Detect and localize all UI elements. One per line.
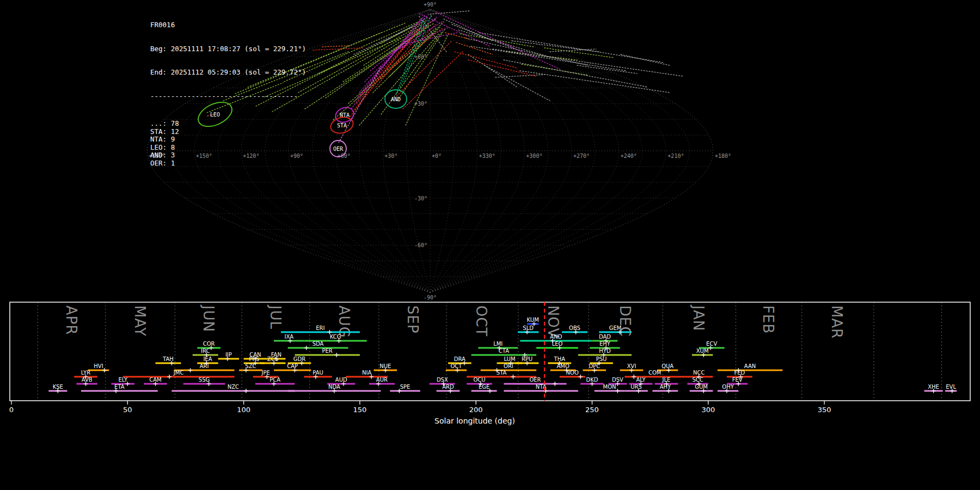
svg-text:-30°: -30° [414, 195, 427, 201]
svg-text:200: 200 [469, 406, 483, 414]
x-axis-label: Solar longitude (deg) [434, 416, 515, 425]
shower-label-ERI: ERI [316, 325, 324, 331]
shower-PCA: PCA [255, 377, 295, 386]
shower-label-DAD: DAD [599, 334, 611, 340]
radiant-STA: STA [329, 115, 355, 136]
shower-RPU: RPU [516, 356, 539, 365]
shower-SLD: SLD [518, 325, 538, 334]
shower-label-SDA: SDA [313, 341, 324, 347]
shower-ARD: ARD [437, 384, 460, 393]
shower-layer: KUMERISLDOBSGEMIXAKCGANDDADCORSDALMILEOE… [48, 317, 957, 393]
shower-label-JLE: JLE [662, 377, 671, 383]
radiant-label-AND: AND [391, 96, 401, 102]
shower-label-URS: URS [630, 384, 642, 390]
month-label-JAN: JAN [690, 304, 707, 331]
shower-label-LEO: LEO [552, 341, 563, 347]
shower-label-XHE: XHE [928, 384, 939, 390]
svg-text:-60°: -60° [414, 242, 427, 248]
month-layer: APRMAYJUNJULAUGSEPOCTNOVDECJANFEBMAR [38, 302, 941, 401]
shower-SSG: SSG [183, 377, 225, 386]
shower-label-PCA: PCA [270, 377, 280, 383]
shower-ORI: ORI [481, 363, 536, 372]
svg-text:+210°: +210° [667, 153, 684, 159]
shower-IIP: IIP [218, 352, 239, 361]
month-label-APR: APR [63, 305, 79, 335]
svg-text:+180°: +180° [715, 153, 731, 159]
shower-label-NIA: NIA [362, 370, 371, 376]
shower-LEO: LEO [536, 341, 578, 350]
svg-text:+90°: +90° [424, 2, 437, 8]
radiant-label-OER: OER [333, 146, 344, 152]
shower-label-COR: COR [203, 341, 215, 347]
shower-count-sporadic: ...: 78 [150, 120, 306, 128]
shower-label-GUM: GUM [695, 384, 708, 390]
month-label-MAR: MAR [829, 305, 845, 339]
shower-count-LEO: LEO: 8 [150, 144, 306, 152]
shower-label-TAH: TAH [162, 356, 174, 362]
svg-text:+30°: +30° [384, 153, 397, 159]
shower-label-AAN: AAN [744, 363, 756, 369]
shower-label-PSU: PSU [596, 356, 607, 362]
shower-label-SLD: SLD [523, 325, 534, 331]
shower-NDA: NDA [288, 384, 381, 393]
shower-label-LUM: LUM [504, 356, 516, 362]
timeline-frame [10, 302, 970, 401]
shower-label-DSX: DSX [437, 377, 448, 383]
svg-text:+240°: +240° [621, 153, 637, 159]
shower-label-OCU: OCU [474, 377, 486, 383]
shower-label-AHY: AHY [660, 384, 671, 390]
radiant-label-STA: STA [337, 122, 347, 128]
shower-label-AMO: AMO [557, 363, 569, 369]
shower-label-ELY: ELY [118, 377, 128, 383]
shower-label-CTA: CTA [499, 348, 509, 354]
svg-text:+0°: +0° [432, 153, 442, 159]
shower-AHY: AHY [652, 384, 678, 393]
shower-label-NOO: NOO [566, 370, 579, 376]
svg-text:+300°: +300° [526, 153, 542, 159]
shower-label-JPE: JPE [261, 370, 270, 376]
shower-label-EVL: EVL [946, 384, 956, 390]
shower-EVL: EVL [945, 384, 957, 393]
shower-label-DPC: DPC [589, 363, 600, 369]
shower-label-HYD: HYD [599, 348, 611, 354]
shower-label-SZC: SZC [245, 363, 256, 369]
month-label-OCT: OCT [473, 305, 489, 337]
shower-label-DRA: DRA [454, 356, 465, 362]
shower-ZCS: ZCS [260, 356, 285, 365]
shower-label-PPS: PPS [249, 356, 259, 362]
svg-text:+60°: +60° [414, 54, 427, 60]
shower-label-ECV: ECV [706, 341, 717, 347]
shower-label-PAU: PAU [313, 370, 323, 376]
shower-label-FEV: FEV [732, 377, 743, 383]
separator-line: ------------------------------------ [150, 93, 306, 101]
shower-KSE: KSE [48, 384, 67, 393]
month-label-JUL: JUL [267, 304, 284, 329]
shower-OBS: OBS [562, 325, 587, 334]
month-label-JUN: JUN [200, 304, 217, 332]
svg-text:350: 350 [818, 406, 831, 414]
shower-label-COM: COM [648, 370, 661, 376]
shower-activity-timeline: APRMAYJUNJULAUGSEPOCTNOVDECJANFEBMARKUME… [0, 301, 980, 434]
radiant-AND: AND [385, 90, 407, 108]
shower-CAM: CAM [144, 377, 167, 386]
shower-NZC: NZC [171, 384, 295, 393]
observation-begin: Beg: 20251111 17:08:27 (sol = 229.21°) [150, 45, 306, 53]
shower-AVB: AVB [76, 377, 97, 386]
shower-XHE: XHE [924, 384, 943, 393]
shower-NUE: NUE [373, 363, 397, 372]
shower-label-NCC: NCC [693, 370, 705, 376]
month-label-SEP: SEP [405, 305, 421, 334]
shower-label-SPE: SPE [400, 384, 411, 390]
shower-label-PER: PER [322, 348, 333, 354]
shower-SZC: SZC [239, 363, 262, 372]
shower-label-STA: STA [497, 370, 507, 376]
shower-label-OCT: OCT [450, 363, 462, 369]
shower-CAP: CAP [274, 363, 311, 372]
shower-label-XVI: XVI [627, 363, 636, 369]
svg-text:250: 250 [585, 406, 599, 414]
shower-GUM: GUM [690, 384, 713, 393]
svg-text:+270°: +270° [573, 153, 590, 159]
shower-NOO: NOO [560, 370, 585, 379]
svg-text:100: 100 [237, 406, 250, 414]
shower-count-AND: AND: 3 [150, 151, 306, 160]
